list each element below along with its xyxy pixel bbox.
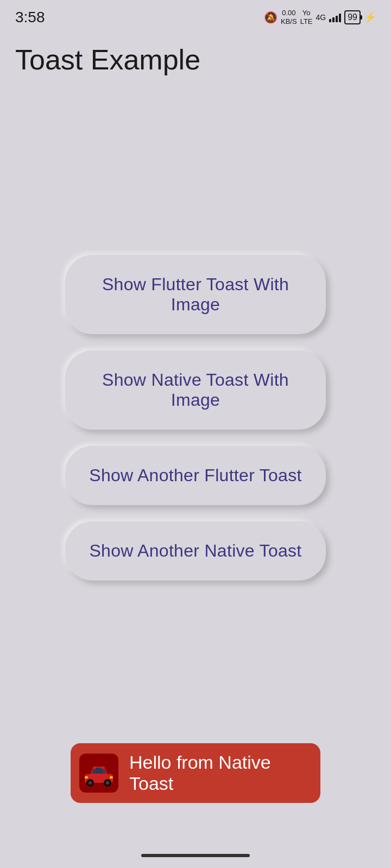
show-native-toast-image-button[interactable]: Show Native Toast With Image [65,350,326,430]
status-icons: 🔕 0.00KB/S YoLTE 4G 99 ⚡ [264,9,376,25]
bottom-nav-bar [141,854,250,857]
show-another-flutter-toast-button[interactable]: Show Another Flutter Toast [65,446,326,505]
signal-bars [329,12,341,22]
signal-bar-4 [339,14,341,22]
signal-bar-1 [329,19,331,22]
svg-rect-6 [85,776,88,778]
signal-4g: 4G [316,13,326,22]
toast-notification: Hello from Native Toast [71,743,320,803]
main-content: Show Flutter Toast With Image Show Nativ… [0,81,391,580]
charging-icon: ⚡ [364,11,376,23]
toast-image [79,754,118,793]
svg-point-3 [89,781,92,784]
status-time: 3:58 [15,9,45,26]
app-title: Toast Example [0,33,391,81]
toast-message: Hello from Native Toast [129,752,307,794]
battery-level: 99 [348,12,357,22]
signal-bar-2 [332,17,335,22]
svg-point-5 [106,781,109,784]
mute-icon: 🔕 [264,11,278,24]
battery-indicator: 99 [344,10,361,24]
network-speed: 0.00KB/S [281,9,297,25]
signal-bar-3 [336,16,338,22]
svg-rect-7 [110,776,113,778]
network-type: YoLTE [300,9,313,25]
show-flutter-toast-image-button[interactable]: Show Flutter Toast With Image [65,255,326,334]
status-bar: 3:58 🔕 0.00KB/S YoLTE 4G 99 ⚡ [0,0,391,33]
show-another-native-toast-button[interactable]: Show Another Native Toast [65,521,326,580]
